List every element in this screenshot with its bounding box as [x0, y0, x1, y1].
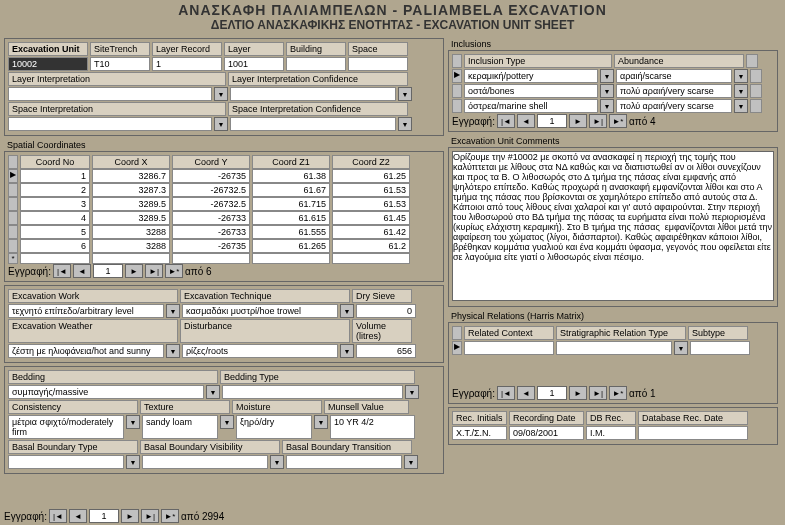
bed-v2[interactable]	[222, 385, 403, 399]
phys-v1[interactable]	[464, 341, 554, 355]
cons-v2[interactable]: sandy loam	[142, 415, 218, 439]
nav-last[interactable]: ►|	[589, 114, 607, 128]
rec-h4: Database Rec. Date	[638, 411, 748, 425]
cons-l2: Texture	[140, 400, 230, 414]
dropdown-icon[interactable]: ▼	[734, 84, 748, 98]
layer-int-val[interactable]	[8, 87, 212, 101]
unit-v1[interactable]: 10002	[8, 57, 88, 71]
dropdown-icon[interactable]: ▼	[734, 69, 748, 83]
nav-prev[interactable]: ◄	[517, 114, 535, 128]
nav-first[interactable]: |◄	[53, 264, 71, 278]
nav-last[interactable]: ►|	[145, 264, 163, 278]
table-row[interactable]: 5	[20, 225, 90, 239]
dropdown-icon[interactable]: ▼	[166, 304, 180, 318]
unit-v4[interactable]: 1001	[224, 57, 284, 71]
nav-new[interactable]: ►*	[609, 386, 627, 400]
unit-v6[interactable]	[348, 57, 408, 71]
phys-h3: Subtype	[688, 326, 748, 340]
nav-next[interactable]: ►	[125, 264, 143, 278]
nav-first[interactable]: |◄	[497, 114, 515, 128]
dropdown-icon[interactable]: ▼	[600, 99, 614, 113]
phys-v3[interactable]	[690, 341, 750, 355]
coord-new[interactable]	[20, 253, 90, 264]
basal-v2[interactable]	[142, 455, 268, 469]
dropdown-icon[interactable]: ▼	[126, 455, 140, 469]
table-row[interactable]: κεραμική/pottery	[464, 69, 598, 83]
layer-conf-val[interactable]	[230, 87, 396, 101]
rec-v1[interactable]: Χ.Τ./Σ.Ν.	[452, 426, 507, 440]
space-conf-val[interactable]	[230, 117, 396, 131]
rec-v2[interactable]: 09/08/2001	[509, 426, 584, 440]
cons-v4[interactable]: 10 YR 4/2	[330, 415, 415, 439]
dropdown-icon[interactable]: ▼	[206, 385, 220, 399]
nav-last[interactable]: ►|	[141, 509, 159, 523]
rec-v4[interactable]	[638, 426, 748, 440]
dropdown-icon[interactable]: ▼	[166, 344, 180, 358]
table-row[interactable]: 4	[20, 211, 90, 225]
comments-text[interactable]	[452, 151, 774, 301]
table-row[interactable]: 6	[20, 239, 90, 253]
rec-v3[interactable]: Ι.Μ.	[586, 426, 636, 440]
table-row[interactable]: όστρεα/marine shell	[464, 99, 598, 113]
nav-next[interactable]: ►	[569, 386, 587, 400]
space-int-val[interactable]	[8, 117, 212, 131]
dropdown-icon[interactable]: ▼	[314, 415, 328, 429]
dropdown-icon[interactable]: ▼	[404, 455, 418, 469]
dropdown-icon[interactable]: ▼	[600, 84, 614, 98]
nav-prev[interactable]: ◄	[69, 509, 87, 523]
nav-count: από 6	[185, 266, 212, 277]
dropdown-icon[interactable]: ▼	[600, 69, 614, 83]
nav-next[interactable]: ►	[121, 509, 139, 523]
dropdown-icon[interactable]: ▼	[220, 415, 234, 429]
nav-next[interactable]: ►	[569, 114, 587, 128]
nav-page[interactable]	[537, 114, 567, 128]
basal-v3[interactable]	[286, 455, 402, 469]
dropdown-icon[interactable]: ▼	[126, 415, 140, 429]
nav-last[interactable]: ►|	[589, 386, 607, 400]
nav-page[interactable]	[537, 386, 567, 400]
cons-v3[interactable]: ξηρό/dry	[236, 415, 312, 439]
scrollbar[interactable]	[746, 54, 758, 68]
rec-h2: Recording Date	[509, 411, 584, 425]
weather-v2[interactable]: ρίζες/roots	[182, 344, 338, 358]
dropdown-icon[interactable]: ▼	[340, 344, 354, 358]
nav-prev[interactable]: ◄	[73, 264, 91, 278]
dropdown-icon[interactable]: ▼	[340, 304, 354, 318]
bed-v1[interactable]: συμπαγής/massive	[8, 385, 204, 399]
table-row[interactable]: οστά/bones	[464, 84, 598, 98]
unit-v3[interactable]: 1	[152, 57, 222, 71]
nav-prev[interactable]: ◄	[517, 386, 535, 400]
weather-v3[interactable]: 656	[356, 344, 416, 358]
table-row[interactable]: 2	[20, 183, 90, 197]
layer-conf-label: Layer Interpretation Confidence	[228, 72, 408, 86]
basal-v1[interactable]	[8, 455, 124, 469]
unit-h4: Layer	[224, 42, 284, 56]
dropdown-icon[interactable]: ▼	[674, 341, 688, 355]
work-v2[interactable]: κασμαδάκι μυστρί/hoe trowel	[182, 304, 338, 318]
dropdown-icon[interactable]: ▼	[398, 117, 412, 131]
table-row[interactable]: 3	[20, 197, 90, 211]
cons-l1: Consistency	[8, 400, 138, 414]
nav-first[interactable]: |◄	[49, 509, 67, 523]
dropdown-icon[interactable]: ▼	[398, 87, 412, 101]
cons-v1[interactable]: μέτρια σφιχτό/moderately firm	[8, 415, 124, 439]
phys-v2[interactable]	[556, 341, 672, 355]
nav-new[interactable]: ►*	[165, 264, 183, 278]
work-v1[interactable]: τεχνητό επίπεδο/arbitrary level	[8, 304, 164, 318]
table-row[interactable]: 1	[20, 169, 90, 183]
dropdown-icon[interactable]: ▼	[214, 87, 228, 101]
unit-v5[interactable]	[286, 57, 346, 71]
dropdown-icon[interactable]: ▼	[734, 99, 748, 113]
nav-new[interactable]: ►*	[161, 509, 179, 523]
dropdown-icon[interactable]: ▼	[405, 385, 419, 399]
dropdown-icon[interactable]: ▼	[270, 455, 284, 469]
nav-page[interactable]	[93, 264, 123, 278]
nav-new[interactable]: ►*	[609, 114, 627, 128]
nav-page[interactable]	[89, 509, 119, 523]
work-v3[interactable]: 0	[356, 304, 416, 318]
weather-v1[interactable]: ζέστη με ηλιοφάνεια/hot and sunny	[8, 344, 164, 358]
dropdown-icon[interactable]: ▼	[214, 117, 228, 131]
nav-first[interactable]: |◄	[497, 386, 515, 400]
unit-v2[interactable]: T10	[90, 57, 150, 71]
work-l1: Excavation Work	[8, 289, 178, 303]
